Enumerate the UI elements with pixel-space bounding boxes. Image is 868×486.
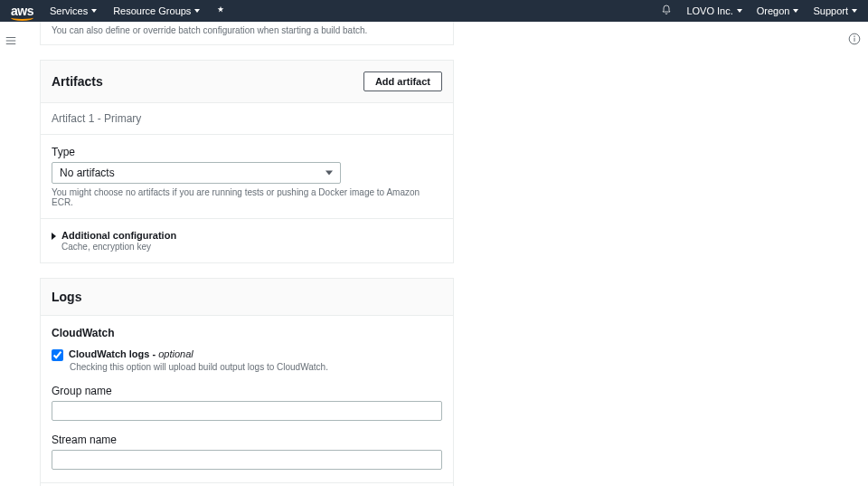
notifications-icon[interactable] bbox=[661, 5, 672, 18]
artifacts-panel: Artifacts Add artifact Artifact 1 - Prim… bbox=[40, 60, 454, 263]
divider bbox=[41, 482, 453, 483]
sidebar-toggle[interactable] bbox=[0, 22, 22, 486]
nav-region-label: Oregon bbox=[757, 5, 790, 16]
aws-logo[interactable]: aws bbox=[11, 4, 33, 18]
nav-account-label: LOVO Inc. bbox=[686, 5, 732, 16]
nav-support-label: Support bbox=[813, 5, 848, 16]
cloudwatch-logs-label: CloudWatch logs - optional bbox=[69, 348, 193, 359]
chevron-down-icon bbox=[852, 9, 857, 13]
info-icon[interactable] bbox=[848, 33, 861, 48]
artifact-type-value: No artifacts bbox=[60, 167, 115, 179]
add-artifact-button[interactable]: Add artifact bbox=[363, 71, 442, 91]
nav-resource-groups-label: Resource Groups bbox=[113, 5, 191, 16]
artifact-type-label: Type bbox=[52, 146, 442, 158]
cloudwatch-logs-checkbox[interactable] bbox=[52, 349, 63, 361]
batch-config-desc: You can also define or override batch co… bbox=[52, 25, 442, 35]
group-name-label: Group name bbox=[52, 385, 442, 397]
stream-name-label: Stream name bbox=[52, 434, 442, 446]
top-nav: aws Services Resource Groups LOVO Inc. O… bbox=[0, 0, 868, 22]
chevron-down-icon bbox=[194, 9, 200, 13]
additional-config-title: Additional configuration bbox=[61, 230, 176, 241]
chevron-down-icon bbox=[737, 9, 742, 13]
group-name-input[interactable] bbox=[52, 401, 442, 421]
chevron-down-icon bbox=[326, 171, 333, 176]
nav-resource-groups[interactable]: Resource Groups bbox=[113, 5, 200, 16]
stream-name-input[interactable] bbox=[52, 450, 442, 470]
cloudwatch-logs-label-text: CloudWatch logs - bbox=[69, 348, 158, 359]
artifact-subtitle: Artifact 1 - Primary bbox=[41, 103, 453, 135]
artifact-type-select[interactable]: No artifacts bbox=[52, 162, 341, 184]
svg-point-5 bbox=[854, 36, 855, 37]
nav-services[interactable]: Services bbox=[50, 5, 97, 16]
cloudwatch-section-title: CloudWatch bbox=[52, 327, 442, 339]
additional-config-expander[interactable]: Additional configuration Cache, encrypti… bbox=[52, 230, 442, 252]
pin-icon[interactable] bbox=[216, 5, 225, 17]
cloudwatch-logs-desc: Checking this option will upload build o… bbox=[70, 362, 442, 372]
artifacts-title: Artifacts bbox=[52, 74, 103, 89]
cloudwatch-logs-optional: optional bbox=[158, 348, 193, 359]
nav-support[interactable]: Support bbox=[813, 5, 857, 16]
nav-services-label: Services bbox=[50, 5, 88, 16]
nav-account[interactable]: LOVO Inc. bbox=[686, 5, 741, 16]
artifact-type-help: You might choose no artifacts if you are… bbox=[52, 187, 442, 207]
logs-panel: Logs CloudWatch CloudWatch logs - option… bbox=[40, 278, 454, 486]
chevron-down-icon bbox=[793, 9, 798, 13]
chevron-down-icon bbox=[91, 9, 97, 13]
nav-region[interactable]: Oregon bbox=[757, 5, 799, 16]
logs-title: Logs bbox=[52, 290, 81, 304]
additional-config-sub: Cache, encryption key bbox=[61, 242, 176, 252]
batch-config-panel-bottom: You can also define or override batch co… bbox=[40, 22, 454, 45]
triangle-right-icon bbox=[52, 233, 56, 240]
